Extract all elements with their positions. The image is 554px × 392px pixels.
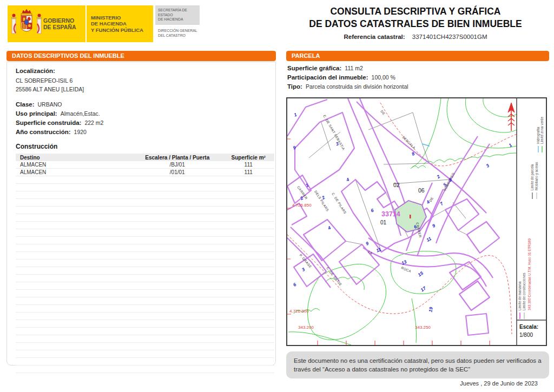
participacion-value: 100,00 % <box>372 74 395 81</box>
localizacion-label: Localización: <box>16 68 55 74</box>
superficie-grafica-value: 111 m2 <box>345 65 362 71</box>
ministerio-line3: Y FUNCIÓN PÚBLICA <box>91 27 143 34</box>
coord-y1: 4.726.850 <box>292 203 312 208</box>
street-label: DE <box>380 109 386 116</box>
legend-limite-manzana: Límite de manzana <box>518 281 522 310</box>
table-empty-row <box>16 176 274 184</box>
table-empty-row <box>16 275 274 282</box>
subject-parcel-mark <box>410 215 411 218</box>
escala-label: Escala: <box>519 324 538 330</box>
property-data-panel: Localización: CL SOBREPEO-ISIL 6 25586 A… <box>6 62 276 366</box>
ministerio-line1: MINISTERIO <box>91 15 143 21</box>
house-number: 17 <box>420 285 428 293</box>
clase-label: Clase: <box>16 101 35 108</box>
cadastral-reference: Referencia catastral: 3371401CH4237S0001… <box>281 34 550 40</box>
house-number: 9 <box>365 241 370 247</box>
ministerio-text: MINISTERIO DE HACIENDA Y FUNCIÓN PÚBLICA <box>91 15 143 34</box>
house-number: 6 <box>370 208 374 214</box>
reference-label: Referencia catastral: <box>344 34 405 40</box>
table-empty-row <box>16 358 274 366</box>
cadastral-map: 33714 01 02 06 C. DE SANT SEBASTIA DE SE… <box>286 97 547 346</box>
legend-limite-parcela: Límite de parcela <box>530 164 535 190</box>
address-line1: CL SOBREPEO-ISIL 6 <box>16 76 269 85</box>
street-label: C. DE SANT SEBASTIA <box>322 114 346 151</box>
table-empty-row <box>16 237 274 244</box>
house-number: 1 <box>293 112 298 118</box>
table-empty-row <box>16 191 274 199</box>
reference-value: 3371401CH4237S0001GM <box>412 34 487 40</box>
house-number: 11 <box>425 236 432 243</box>
house-number: 4 <box>345 177 351 183</box>
clase-value: URBANO <box>38 101 62 108</box>
gobierno-text: GOBIERNO DE ESPAÑA <box>43 17 82 30</box>
table-empty-row <box>16 343 274 350</box>
table-empty-row <box>16 282 274 290</box>
street-label: ROCA <box>401 265 412 273</box>
cadastral-map-svg: 33714 01 02 06 C. DE SANT SEBASTIA DE SE… <box>287 98 546 345</box>
secretaria-box: SECRETARÍA DE ESTADO DE HACIENDA <box>155 5 200 25</box>
direccion-line1: DIRECCIÓN GENERAL <box>158 29 200 34</box>
address-line2: 25586 ALT ANEU [LLEIDA] <box>16 85 269 94</box>
table-empty-row <box>16 290 274 297</box>
government-logo-banner: GOBIERNO DE ESPAÑA MINISTERIO DE HACIEND… <box>8 5 153 42</box>
coord-x2: 343.250 <box>415 325 431 330</box>
tipo-label: Tipo: <box>287 83 302 90</box>
direccion-box: DIRECCIÓN GENERAL DEL CATASTRO <box>155 29 200 38</box>
disclaimer-box: Este documento no es una certificación c… <box>286 351 549 378</box>
table-empty-row <box>16 184 274 191</box>
col-escalera: Escalera / Planta / Puerta <box>132 154 222 161</box>
cadastral-document-page: GOBIERNO DE ESPAÑA MINISTERIO DE HACIEND… <box>0 0 554 392</box>
tipo-value: Parcela construida sin división horizont… <box>306 83 408 90</box>
coord-y2: 4.726.800 <box>289 309 309 314</box>
house-number: 2 <box>435 174 441 180</box>
street-label: DELS PILARS <box>314 190 329 212</box>
house-number: 19 <box>427 307 434 313</box>
direccion-line2: DEL CATASTRO <box>158 34 200 38</box>
uso-value: Almacén,Estac. <box>61 110 100 117</box>
house-number: 15 <box>417 270 425 278</box>
spain-coat-of-arms-icon <box>10 8 43 40</box>
address-block: CL SOBREPEO-ISIL 6 25586 ALT ANEU [LLEID… <box>16 76 269 94</box>
table-row: ALMACEN/BJ/01111 <box>16 161 274 169</box>
table-empty-row <box>16 267 274 275</box>
coord-x1: 343.200 <box>298 325 314 330</box>
title-line2: DE DATOS CATASTRALES DE BIEN INMUEBLE <box>281 18 550 30</box>
table-empty-row <box>16 244 274 252</box>
subparcel-02: 02 <box>393 182 400 188</box>
secretaria-line1: SECRETARÍA DE ESTADO <box>158 8 197 17</box>
col-destino: Destino <box>16 154 132 161</box>
house-number: 9 <box>431 223 436 229</box>
table-empty-row <box>16 366 274 373</box>
document-title: CONSULTA DESCRIPTIVA Y GRÁFICA DE DATOS … <box>281 5 550 40</box>
secretaria-line2: DE HACIENDA <box>158 17 197 22</box>
legend-limite-zona-verde: Límite zona verde <box>540 116 544 144</box>
table-header-row: Destino Escalera / Planta / Puerta Super… <box>16 154 274 161</box>
construction-table: Destino Escalera / Planta / Puerta Super… <box>16 154 274 373</box>
table-empty-row <box>16 229 274 237</box>
table-empty-row <box>16 222 274 229</box>
mobiliario-line <box>422 144 430 146</box>
escala-value: 1/800 <box>519 332 533 338</box>
document-date: Jueves , 29 de Junio de 2023 <box>460 380 538 387</box>
construction-table-body: ALMACEN/BJ/01111ALMACEN/01/01111 <box>16 161 274 373</box>
gobierno-line1: GOBIERNO <box>43 17 82 24</box>
table-empty-row <box>16 350 274 358</box>
table-empty-row <box>16 305 274 313</box>
legend-limite-construcciones: Límite de construcciones <box>522 273 526 310</box>
table-empty-row <box>16 199 274 207</box>
table-empty-row <box>16 297 274 305</box>
street-label: LA <box>368 250 374 255</box>
table-empty-row <box>16 207 274 214</box>
superficie-label: Superficie construida: <box>16 119 81 126</box>
house-number: 4 <box>326 225 332 231</box>
house-number: 3 <box>301 267 306 273</box>
table-empty-row <box>16 320 274 328</box>
table-row: ALMACEN/01/01111 <box>16 169 274 176</box>
house-number: 7 <box>439 201 445 207</box>
anio-label: Año construcción: <box>16 129 71 135</box>
col-superficie: Superficie m² <box>222 154 274 161</box>
table-empty-row <box>16 214 274 222</box>
section-header-datos-descriptivos: DATOS DESCRIPTIVOS DEL INMUEBLE <box>6 51 276 61</box>
construccion-title: Construcción <box>16 143 269 150</box>
legend-mobiliario-aceras: Mobiliario y aceras <box>535 162 539 191</box>
